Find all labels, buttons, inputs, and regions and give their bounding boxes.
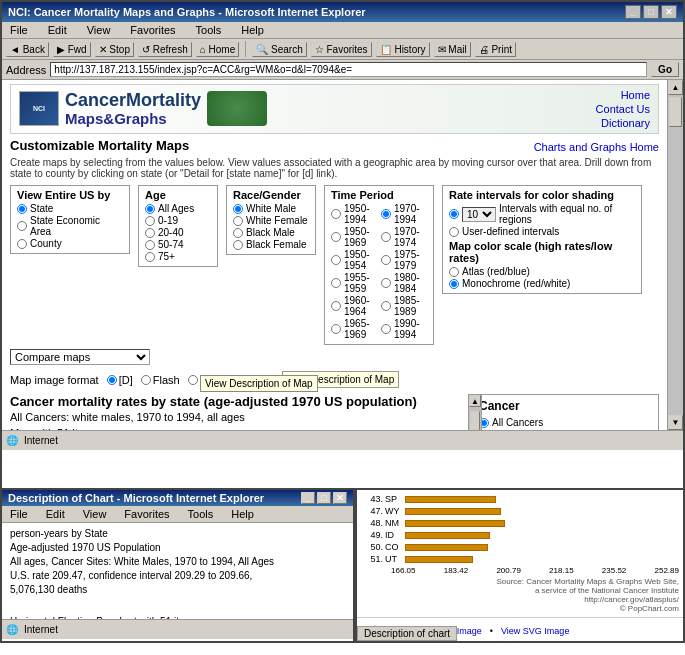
chart-link-svg[interactable]: View SVG Image bbox=[501, 626, 569, 636]
main-vscroll-down[interactable]: ▼ bbox=[668, 415, 683, 430]
vscroll-thumb[interactable] bbox=[470, 411, 480, 430]
p-1950-1954-radio[interactable] bbox=[331, 255, 341, 265]
race-wm-label: White Male bbox=[246, 203, 296, 214]
p-1965-1969-radio[interactable] bbox=[331, 324, 341, 334]
view-state-radio[interactable] bbox=[17, 204, 27, 214]
rate-equal: 1051520 Intervals with equal no. of regi… bbox=[449, 203, 635, 225]
favorites-btn[interactable]: ☆ Favorites bbox=[311, 42, 372, 57]
p-1950-1969-radio[interactable] bbox=[331, 232, 341, 242]
desc-menu-help[interactable]: Help bbox=[227, 507, 258, 521]
chart-bar-row: 49. ID bbox=[361, 530, 679, 540]
p-1985-1989-radio[interactable] bbox=[381, 301, 391, 311]
history-btn[interactable]: 📋 History bbox=[376, 42, 430, 57]
desc-line-3: All ages, Cancer Sites: White Males, 197… bbox=[10, 555, 345, 569]
banner-title: CancerMortality bbox=[65, 91, 201, 111]
race-bf-radio[interactable] bbox=[233, 240, 243, 250]
chart-panel: 43. SP 47. WY 48. NM 49. ID 50. CO 51. U… bbox=[355, 488, 685, 643]
p-1970-1974-radio[interactable] bbox=[381, 232, 391, 242]
age-2040-radio[interactable] bbox=[145, 228, 155, 238]
period-title: Time Period bbox=[331, 189, 427, 201]
p-1955-1959-radio[interactable] bbox=[331, 278, 341, 288]
menu-tools[interactable]: Tools bbox=[192, 23, 226, 37]
back-btn[interactable]: ◄ Back bbox=[6, 42, 49, 57]
minimize-btn[interactable]: _ bbox=[625, 5, 641, 19]
mail-btn[interactable]: ✉ Mail bbox=[434, 42, 471, 57]
menu-file[interactable]: File bbox=[6, 23, 32, 37]
p-1990-1994-radio[interactable] bbox=[381, 324, 391, 334]
age-019-radio[interactable] bbox=[145, 216, 155, 226]
p-1980-1984-radio[interactable] bbox=[381, 278, 391, 288]
bar-rank: 49. bbox=[361, 530, 383, 540]
format-d-radio[interactable] bbox=[107, 375, 117, 385]
compare-dropdown[interactable]: Compare maps bbox=[10, 349, 150, 365]
nci-logo: NCI bbox=[19, 91, 59, 126]
desc-menu-tools[interactable]: Tools bbox=[184, 507, 218, 521]
age-75+: 75+ bbox=[145, 251, 211, 262]
map-format-row: Map image format [D] Flash JPEG SVG bbox=[10, 371, 659, 388]
close-btn[interactable]: ✕ bbox=[661, 5, 677, 19]
nav-contact[interactable]: Contact Us bbox=[596, 103, 650, 115]
desc-minimize[interactable]: _ bbox=[301, 492, 315, 504]
age-75plus-label: 75+ bbox=[158, 251, 175, 262]
forward-btn[interactable]: ▶ Fwd bbox=[53, 42, 91, 57]
format-jpeg-radio[interactable] bbox=[188, 375, 198, 385]
address-input[interactable] bbox=[50, 62, 647, 77]
desc-status-icon: 🌐 bbox=[6, 624, 18, 635]
race-section-title: Race/Gender bbox=[233, 189, 309, 201]
main-status-bar: 🌐 Internet bbox=[2, 430, 683, 450]
chart-tab[interactable]: Description of chart bbox=[357, 626, 457, 641]
axis-3: 200.79 bbox=[496, 566, 520, 575]
menu-edit[interactable]: Edit bbox=[44, 23, 71, 37]
view-sea-radio[interactable] bbox=[17, 221, 27, 231]
nav-dictionary[interactable]: Dictionary bbox=[601, 117, 650, 129]
desc-menu-favorites[interactable]: Favorites bbox=[120, 507, 173, 521]
desc-menu-edit[interactable]: Edit bbox=[42, 507, 69, 521]
race-wm-radio[interactable] bbox=[233, 204, 243, 214]
desc-menu-file[interactable]: File bbox=[6, 507, 32, 521]
refresh-btn[interactable]: ↺ Refresh bbox=[138, 42, 192, 57]
bar-state: CO bbox=[385, 542, 403, 552]
bar-fill bbox=[405, 544, 488, 551]
bar-rank: 43. bbox=[361, 494, 383, 504]
charts-link[interactable]: Charts and Graphs Home bbox=[534, 141, 659, 153]
race-wf-radio[interactable] bbox=[233, 216, 243, 226]
maximize-btn[interactable]: □ bbox=[643, 5, 659, 19]
menu-view[interactable]: View bbox=[83, 23, 115, 37]
p-1970-1994-radio[interactable] bbox=[381, 209, 391, 219]
home-btn[interactable]: ⌂ Home bbox=[196, 42, 240, 57]
desc-menu-view[interactable]: View bbox=[79, 507, 111, 521]
bar-state: WY bbox=[385, 506, 403, 516]
desc-close[interactable]: ✕ bbox=[333, 492, 347, 504]
p-1960-1964-radio[interactable] bbox=[331, 301, 341, 311]
chart-bar-row: 47. WY bbox=[361, 506, 679, 516]
main-vscroll-thumb[interactable] bbox=[669, 97, 682, 127]
intervals-select[interactable]: 1051520 bbox=[462, 207, 496, 222]
rate-equal-radio[interactable] bbox=[449, 209, 459, 219]
p-1950-1994-radio[interactable] bbox=[331, 209, 341, 219]
format-flash-radio[interactable] bbox=[141, 375, 151, 385]
desc-maximize[interactable]: □ bbox=[317, 492, 331, 504]
chart-bar-row: 51. UT bbox=[361, 554, 679, 564]
desc-line-1: person-years by State bbox=[10, 527, 345, 541]
menu-help[interactable]: Help bbox=[237, 23, 268, 37]
atlas-radio[interactable] bbox=[449, 267, 459, 277]
age-75plus-radio[interactable] bbox=[145, 252, 155, 262]
age-5074-radio[interactable] bbox=[145, 240, 155, 250]
content-wrapper: NCI CancerMortality Maps&Graphs Home Con… bbox=[2, 80, 683, 430]
nav-home[interactable]: Home bbox=[621, 89, 650, 101]
stop-btn[interactable]: ✕ Stop bbox=[95, 42, 134, 57]
cancer-all-label: All Cancers bbox=[492, 417, 543, 428]
print-btn[interactable]: 🖨 Print bbox=[475, 42, 516, 57]
mono-radio[interactable] bbox=[449, 279, 459, 289]
race-bm-radio[interactable] bbox=[233, 228, 243, 238]
rate-user-radio[interactable] bbox=[449, 227, 459, 237]
main-vscroll-up[interactable]: ▲ bbox=[668, 80, 683, 95]
p-1975-1979-radio[interactable] bbox=[381, 255, 391, 265]
map-count: Map with 51 items. bbox=[10, 427, 468, 430]
view-county-radio[interactable] bbox=[17, 239, 27, 249]
menu-favorites[interactable]: Favorites bbox=[126, 23, 179, 37]
vscroll-up[interactable]: ▲ bbox=[469, 395, 481, 407]
age-all-radio[interactable] bbox=[145, 204, 155, 214]
go-button[interactable]: Go bbox=[651, 62, 679, 77]
search-btn[interactable]: 🔍 Search bbox=[252, 42, 306, 57]
